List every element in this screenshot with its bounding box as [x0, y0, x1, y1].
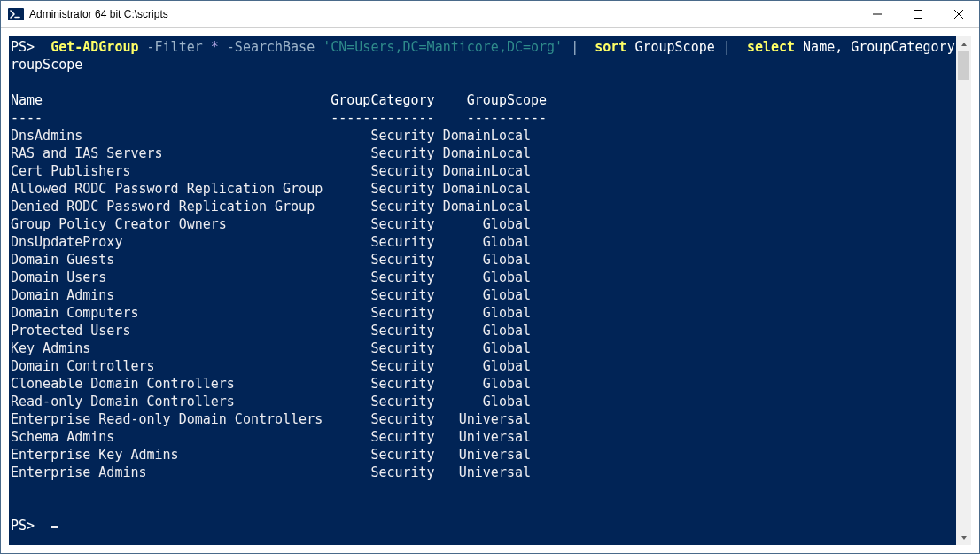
svg-rect-3 — [914, 11, 922, 19]
cursor — [51, 526, 58, 528]
output-row: Domain Controllers Security Global — [11, 357, 956, 375]
output-row: Key Admins Security Global — [11, 339, 956, 357]
vertical-scrollbar[interactable] — [956, 36, 971, 545]
output-row: Enterprise Key Admins Security Universal — [11, 446, 956, 464]
output-row: DnsUpdateProxy Security Global — [11, 233, 956, 251]
scroll-up-button[interactable] — [956, 36, 971, 51]
output-row: Cloneable Domain Controllers Security Gl… — [11, 375, 956, 393]
maximize-button[interactable] — [898, 1, 938, 27]
output-row: Allowed RODC Password Replication Group … — [11, 180, 956, 198]
output-row: Group Policy Creator Owners Security Glo… — [11, 215, 956, 233]
client-area: PS> Get-ADGroup -Filter * -SearchBase 'C… — [1, 28, 979, 553]
title-bar[interactable]: Administrator 64 bit C:\scripts — [1, 1, 979, 28]
svg-rect-0 — [8, 8, 24, 20]
powershell-window: Administrator 64 bit C:\scripts PS> Get-… — [0, 0, 980, 554]
minimize-button[interactable] — [857, 1, 898, 27]
output-row: Enterprise Admins Security Universal — [11, 464, 956, 481]
output-row: Cert Publishers Security DomainLocal — [11, 162, 956, 180]
console-area: PS> Get-ADGroup -Filter * -SearchBase 'C… — [9, 36, 971, 545]
console-text[interactable]: PS> Get-ADGroup -Filter * -SearchBase 'C… — [9, 36, 956, 545]
output-row: Schema Admins Security Universal — [11, 428, 956, 446]
output-row: Protected Users Security Global — [11, 322, 956, 339]
output-row: Denied RODC Password Replication Group S… — [11, 198, 956, 215]
powershell-icon — [8, 6, 24, 22]
output-row: Enterprise Read-only Domain Controllers … — [11, 410, 956, 428]
output-row: Domain Users Security Global — [11, 269, 956, 286]
scroll-thumb[interactable] — [958, 51, 969, 80]
close-button[interactable] — [938, 1, 979, 27]
output-row: Domain Computers Security Global — [11, 304, 956, 322]
output-row: Domain Admins Security Global — [11, 286, 956, 304]
output-row: Domain Guests Security Global — [11, 251, 956, 269]
output-row: DnsAdmins Security DomainLocal — [11, 127, 956, 144]
window-title: Administrator 64 bit C:\scripts — [29, 8, 857, 20]
output-row: Read-only Domain Controllers Security Gl… — [11, 393, 956, 410]
scroll-down-button[interactable] — [956, 530, 971, 545]
window-controls — [857, 1, 979, 27]
output-row: RAS and IAS Servers Security DomainLocal — [11, 144, 956, 162]
